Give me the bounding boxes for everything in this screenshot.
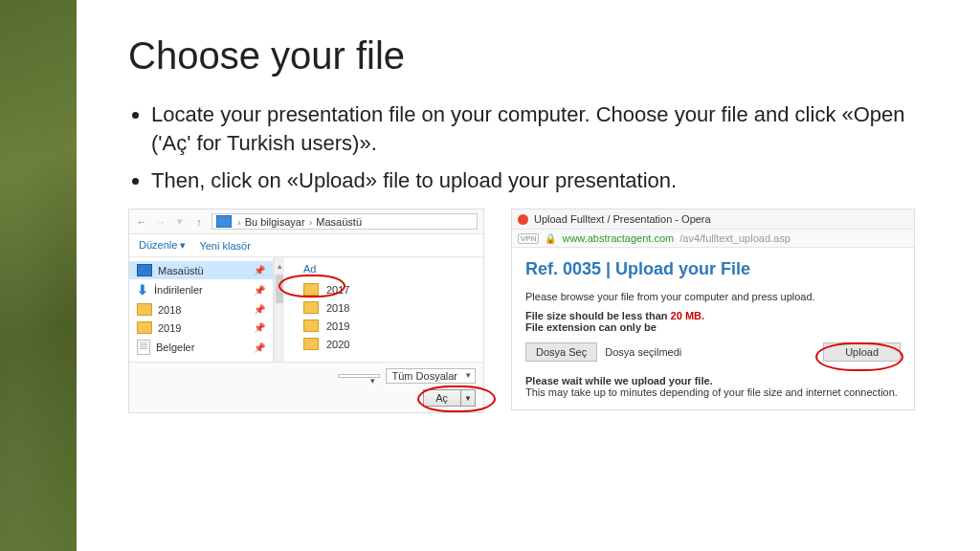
- breadcrumb-current[interactable]: Masaüstü: [316, 216, 362, 228]
- window-title: Upload Fulltext / Presentation - Opera: [534, 213, 711, 225]
- window-titlebar: Upload Fulltext / Presentation - Opera: [512, 209, 914, 230]
- nav-forward-icon[interactable]: →: [154, 216, 167, 228]
- download-icon: ⬇: [137, 282, 148, 298]
- nav-tree: Masaüstü📌 ⬇İndirilenler📌 2018📌 2019📌 Bel…: [129, 257, 274, 362]
- column-header-name[interactable]: Ad: [303, 263, 478, 275]
- nav-up-icon[interactable]: ↑: [192, 216, 206, 228]
- file-row[interactable]: 2020: [303, 335, 478, 353]
- upload-button[interactable]: Upload: [823, 342, 901, 362]
- browser-upload-mock: Upload Fulltext / Presentation - Opera V…: [511, 209, 915, 410]
- url-path: /av4/fulltext_upload.asp: [679, 232, 791, 244]
- upload-intro: Please browse your file from your comput…: [525, 291, 901, 302]
- tree-scrollbar[interactable]: ▴: [274, 257, 284, 362]
- slide-content: Choose your file Locate your presentatio…: [77, 0, 980, 551]
- slide-title: Choose your file: [128, 34, 928, 77]
- pin-icon: 📌: [254, 265, 265, 276]
- tree-item-documents[interactable]: Belgeler📌: [129, 337, 273, 358]
- upload-heading: Ref. 0035 | Upload your File: [525, 259, 901, 279]
- chevron-right-icon: ›: [309, 216, 313, 228]
- url-host: www.abstractagent.com: [562, 232, 674, 244]
- bullet-item: Then, click on «Upload» file to upload y…: [151, 166, 928, 195]
- vpn-badge: VPN: [518, 233, 539, 244]
- pin-icon: 📌: [254, 304, 265, 315]
- tree-item-folder[interactable]: 2018📌: [129, 300, 273, 319]
- breadcrumb-root[interactable]: Bu bilgisayar: [245, 216, 305, 228]
- nav-recent-icon[interactable]: ▾: [173, 215, 187, 228]
- bullet-item: Locate your presentation file on your co…: [151, 100, 928, 157]
- document-icon: [137, 340, 150, 355]
- folder-icon: [303, 301, 319, 314]
- wait-note: Please wait while we upload your file. T…: [525, 375, 901, 398]
- tree-item-desktop[interactable]: Masaüstü📌: [129, 261, 273, 279]
- nav-back-icon[interactable]: ←: [135, 216, 148, 228]
- monitor-icon: [137, 264, 152, 276]
- folder-icon: [137, 321, 152, 334]
- file-explorer-mock: ← → ▾ ↑ › Bu bilgisayar › Masaüstü Düzen…: [128, 209, 484, 413]
- address-bar[interactable]: VPN 🔒 www.abstractagent.com/av4/fulltext…: [512, 230, 914, 248]
- lock-icon: 🔒: [545, 233, 556, 244]
- opera-icon: [518, 214, 528, 225]
- chevron-right-icon: ›: [237, 216, 241, 228]
- file-row[interactable]: 2018: [303, 298, 478, 317]
- folder-icon: [303, 283, 319, 296]
- open-button[interactable]: Aç ▼: [423, 389, 476, 407]
- file-row[interactable]: 2019: [303, 317, 478, 335]
- folder-icon: [303, 338, 319, 350]
- filetype-combo[interactable]: Tüm Dosyalar: [386, 368, 476, 384]
- tree-item-downloads[interactable]: ⬇İndirilenler📌: [129, 279, 273, 300]
- file-list: Ad 2017 2018 2019 2020: [284, 257, 483, 362]
- pin-icon: 📌: [254, 342, 265, 353]
- pin-icon: 📌: [254, 322, 265, 333]
- scrollbar-thumb[interactable]: [276, 275, 283, 303]
- file-row[interactable]: 2017: [303, 280, 478, 298]
- open-split-icon[interactable]: ▼: [460, 390, 475, 406]
- bullet-list: Locate your presentation file on your co…: [128, 100, 928, 195]
- breadcrumb[interactable]: › Bu bilgisayar › Masaüstü: [212, 213, 478, 230]
- scroll-up-icon: ▴: [278, 261, 282, 271]
- size-note: File size should be less than 20 MB. Fil…: [525, 310, 901, 333]
- pin-icon: 📌: [254, 285, 265, 296]
- tree-item-folder[interactable]: 2019📌: [129, 319, 273, 337]
- filename-combo[interactable]: [338, 374, 380, 378]
- choose-file-button[interactable]: Dosya Seç: [525, 342, 597, 362]
- new-folder-button[interactable]: Yeni klasör: [199, 240, 250, 252]
- no-file-label: Dosya seçilmedi: [605, 346, 681, 358]
- folder-icon: [137, 303, 152, 316]
- slide-decorative-sidebar: [0, 0, 77, 551]
- organize-menu[interactable]: Düzenle ▾: [139, 239, 186, 252]
- folder-icon: [303, 320, 319, 332]
- pc-icon: [216, 215, 232, 228]
